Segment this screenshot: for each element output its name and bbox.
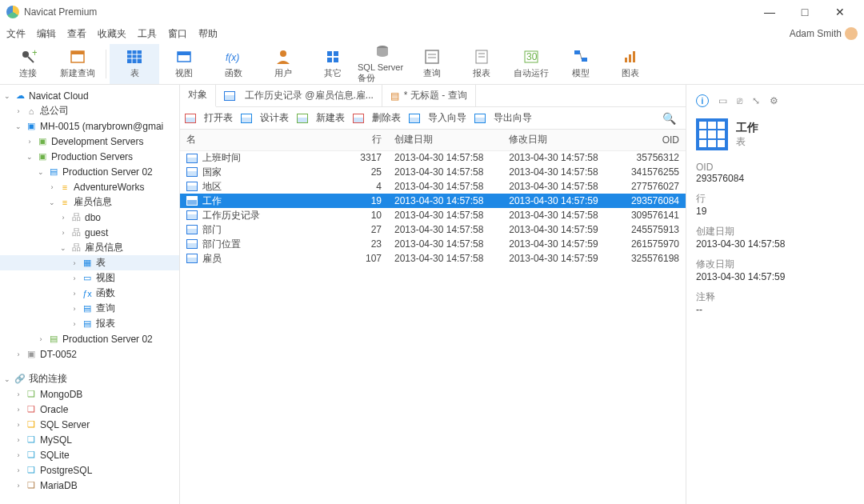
tree-node[interactable]: ›▭视图 [0,270,179,286]
tree-node[interactable]: ⌄≡雇员信息 [0,194,179,210]
tab[interactable]: ▤ * 无标题 - 查询 [382,85,476,107]
toolbar-plug[interactable]: +连接 [3,44,53,84]
toolbar-backup[interactable]: SQL Server 备份 [358,44,407,84]
tree-node[interactable]: ›❑PostgreSQL [0,462,179,478]
tree-node[interactable]: ⌄▤Production Server 02 [0,164,179,179]
menu-file[interactable]: 文件 [6,27,26,41]
close-button[interactable]: ✕ [822,1,858,23]
tree-node[interactable]: ›品guest [0,225,179,240]
tree-label: Navicat Cloud [29,90,89,102]
tree-label: 雇员信息 [74,195,112,209]
toolbar-query2[interactable]: 查询 [407,44,457,84]
objtb-new[interactable]: 新建表 [297,111,345,125]
tree-node[interactable]: ›❑MySQL [0,432,179,447]
menu-edit[interactable]: 编辑 [37,27,56,41]
table-row[interactable]: 国家252013-04-30 14:57:582013-04-30 14:57:… [180,165,686,179]
toolbar-chart[interactable]: 图表 [606,44,655,84]
info-tab-icon[interactable]: i [696,94,709,107]
table-row[interactable]: 部门位置232013-04-30 14:57:582013-04-30 14:5… [180,237,686,251]
tree-node[interactable]: ›≡AdventureWorks [0,179,179,194]
menu-window[interactable]: 窗口 [168,27,187,41]
col-header[interactable]: 修改日期 [502,130,617,150]
tree-node[interactable]: ⌄▣Production Servers [0,149,179,164]
tree-node[interactable]: ⌄▣MH-0015 (marybrown@gmai [0,118,179,134]
table-row[interactable]: 地区42013-04-30 14:57:582013-04-30 14:57:5… [180,179,686,194]
menu-help[interactable]: 帮助 [198,27,218,41]
toolbar-model[interactable]: 模型 [556,44,606,84]
ddl-tab-icon[interactable]: ▭ [718,95,727,106]
objtb-label: 设计表 [260,111,289,125]
db-icon: ≡ [58,197,71,208]
svg-point-12 [280,50,286,57]
tree-node[interactable]: ›❑SQLite [0,447,179,462]
objtb-open[interactable]: 打开表 [185,111,233,125]
tree-node[interactable]: ›▣DT-0052 [0,346,179,362]
detail-value: 293576084 [696,173,854,184]
toolbar-user[interactable]: 用户 [258,44,308,84]
tree-node[interactable]: ›ƒx函数 [0,286,179,301]
tree-node[interactable]: ›▣Development Servers [0,134,179,149]
tree-node[interactable]: ›品dbo [0,210,179,225]
table-row[interactable]: 部门272013-04-30 14:57:582013-04-30 14:57:… [180,222,686,237]
toolbar-table[interactable]: 表 [110,44,159,84]
minimize-button[interactable]: — [752,1,787,23]
menu-fav[interactable]: 收藏夹 [98,27,126,41]
tree-node[interactable]: ›❑SQL Server [0,417,179,432]
svg-text:+: + [32,48,37,58]
tree-node[interactable]: ›▤Production Server 02 [0,331,179,346]
col-header[interactable]: 行 [340,130,388,150]
tree-label: Production Server 02 [62,334,153,345]
col-header[interactable]: 名 [180,130,340,150]
toolbar-other[interactable]: 其它 [308,44,358,84]
object-title: 工作 [736,121,758,135]
svg-text:30: 30 [526,51,538,62]
objtb-design[interactable]: 设计表 [241,111,289,125]
objtb-exp[interactable]: 导出向导 [474,111,532,125]
tree-node[interactable]: ›❑MongoDB [0,386,179,402]
toolbar-auto[interactable]: 30自动运行 [506,44,556,84]
toolbar-report[interactable]: 报表 [457,44,506,84]
user-avatar-icon [845,27,858,40]
tree-node[interactable]: ›❑Oracle [0,402,179,417]
table-row[interactable]: 工作历史记录102013-04-30 14:57:582013-04-30 14… [180,208,686,222]
link-icon: 🔗 [14,374,26,385]
tab[interactable]: 工作历史记录 @雇员信息.雇... [216,85,382,107]
table-row[interactable]: 上班时间33172013-04-30 14:57:582013-04-30 14… [180,150,686,165]
detail-field: 注释-- [696,290,854,315]
maria-icon: ❑ [25,480,38,491]
tab[interactable]: 对象 [180,85,216,107]
user-label[interactable]: Adam Smith [790,27,858,40]
tree-node[interactable]: ›▤报表 [0,316,179,331]
svg-rect-31 [633,51,635,62]
tree-node[interactable]: ⌄🔗我的连接 [0,371,179,386]
tree-node[interactable]: ›⌂总公司 [0,103,179,118]
objtb-imp[interactable]: 导入向导 [409,111,466,125]
relation-tab-icon[interactable]: ⤡ [752,95,760,106]
tree-label: 表 [96,256,106,270]
tree-label: 函数 [96,286,115,300]
svg-rect-10 [178,52,190,55]
toolbar-query[interactable]: 新建查询 [53,44,102,84]
oracle-icon: ❑ [25,404,38,415]
table-row[interactable]: 雇员1072013-04-30 14:57:582013-04-30 14:57… [180,251,686,266]
tree-node[interactable]: ›▦表 [0,255,179,270]
query-icon [69,48,86,66]
objtb-del[interactable]: 删除表 [353,111,401,125]
settings-tab-icon[interactable]: ⚙ [770,95,778,106]
table-row[interactable]: 工作192013-04-30 14:57:582013-04-30 14:57:… [180,194,686,208]
caret-icon: ⌄ [48,198,56,206]
tree-node[interactable]: ⌄品雇员信息 [0,240,179,255]
menu-tools[interactable]: 工具 [138,27,157,41]
menu-view[interactable]: 查看 [67,27,86,41]
toolbar-fx[interactable]: f(x)函数 [209,44,258,84]
search-icon[interactable]: 🔍 [662,112,681,125]
preview-tab-icon[interactable]: ⎚ [737,95,742,106]
tree-node[interactable]: ⌄☁Navicat Cloud [0,88,179,103]
maximize-button[interactable]: □ [787,1,822,23]
tree-node[interactable]: ›❑MariaDB [0,478,179,493]
tree-node[interactable]: ›▤查询 [0,301,179,316]
col-header[interactable]: 创建日期 [388,130,502,150]
caret-icon: › [70,320,78,328]
toolbar-view[interactable]: 视图 [159,44,209,84]
col-header[interactable]: OID [617,130,686,150]
